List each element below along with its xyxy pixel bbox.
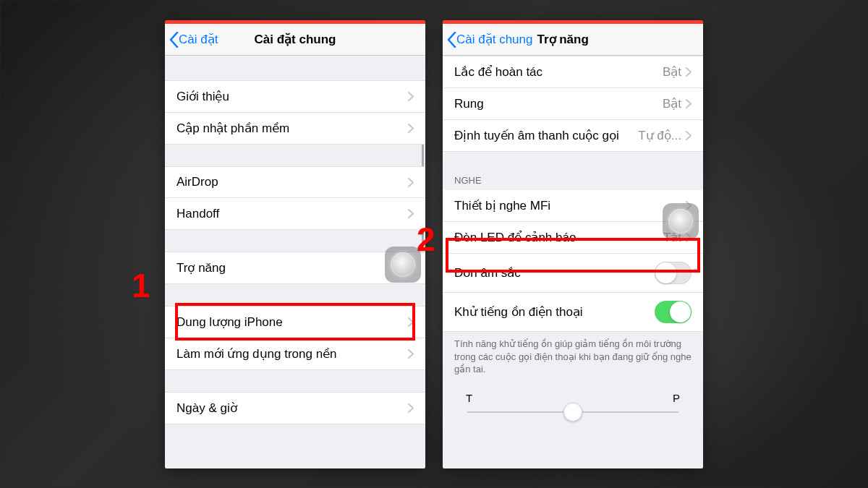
chevron-right-icon [686,67,692,77]
balance-knob[interactable] [563,403,582,421]
assistive-touch-icon [668,209,693,234]
screen-2-accessibility: Cài đặt chung Trợ năng Lắc để hoàn tác B… [443,20,703,468]
assistive-touch-icon [391,252,415,277]
group-datetime: Ngày & giờ [165,392,425,424]
chevron-right-icon [686,99,692,108]
cell-about[interactable]: Giới thiệu [165,80,425,113]
cell-label: Handoff [176,207,408,221]
cell-label: Khử tiếng ồn điện thoại [454,304,655,320]
toggle-knob [655,262,676,283]
cell-value: Bật [663,96,681,111]
group-header-hearing: NGHE [443,171,703,190]
navbar: Cài đặt Cài đặt chung [165,24,425,56]
cell-noise-cancel[interactable]: Khử tiếng ồn điện thoại [443,293,703,332]
chevron-right-icon [408,124,414,133]
content: Lắc để hoàn tác Bật Rung Bật Định tuyến … [443,56,703,468]
balance-left-label: T [466,392,472,404]
cell-date-time[interactable]: Ngày & giờ [165,392,425,424]
cell-shake-to-undo[interactable]: Lắc để hoàn tác Bật [443,56,703,88]
cell-label: Làm mới ứng dụng trong nền [176,346,408,361]
cell-value: Bật [663,64,681,80]
page-title: Trợ năng [537,32,588,47]
group-interaction: Lắc để hoàn tác Bật Rung Bật Định tuyến … [443,56,703,152]
cell-airdrop[interactable]: AirDrop [165,166,425,198]
group-airdrop: AirDrop Handoff [165,166,425,230]
chevron-right-icon [408,92,414,101]
balance-track[interactable] [467,411,678,413]
back-button[interactable]: Cài đặt [165,32,218,48]
cell-value: Tự độ... [638,128,681,143]
cell-label: Giới thiệu [176,89,408,104]
cell-label: Đèn LED để cảnh báo [454,230,663,245]
toggle-noise-cancel[interactable] [655,301,692,323]
group-hearing: NGHE Thiết bị nghe MFi Đèn LED để cảnh b… [443,171,703,379]
cell-handoff[interactable]: Handoff [165,198,425,230]
chevron-left-icon [169,32,179,48]
cell-label: Lắc để hoàn tác [454,64,663,80]
assistive-touch-button[interactable] [385,247,421,283]
toggle-knob [670,301,691,322]
cell-call-audio-routing[interactable]: Định tuyến âm thanh cuộc gọi Tự độ... [443,120,703,152]
chevron-left-icon [447,32,456,48]
group-about: Giới thiệu Cập nhật phần mềm [165,80,425,145]
chevron-right-icon [408,317,414,327]
chevron-right-icon [686,131,692,140]
chevron-right-icon [408,403,414,413]
assistive-touch-button[interactable] [663,203,699,239]
navbar: Cài đặt chung Trợ năng [443,24,703,56]
group-storage: Dung lượng iPhone Làm mới ứng dụng trong… [165,306,425,370]
screen-1-general: Cài đặt Cài đặt chung Giới thiệu Cập nhậ… [165,20,425,468]
cell-label: Dung lượng iPhone [176,314,408,330]
toggle-mono-audio[interactable] [655,262,692,284]
cell-label: Rung [454,97,663,111]
cell-vibration[interactable]: Rung Bật [443,88,703,120]
chevron-right-icon [408,349,414,359]
content: Giới thiệu Cập nhật phần mềm AirDrop Han… [165,56,425,468]
cell-label: Cập nhật phần mềm [176,121,408,136]
cell-mono-audio[interactable]: Đơn âm sắc [443,254,703,293]
cell-software-update[interactable]: Cập nhật phần mềm [165,113,425,145]
cell-label: AirDrop [176,175,408,189]
noise-cancel-note: Tính năng khử tiếng ồn giúp giảm tiếng ồ… [443,332,703,379]
chevron-right-icon [408,209,414,218]
cell-label: Đơn âm sắc [454,265,655,281]
screenshot-pair: Cài đặt Cài đặt chung Giới thiệu Cập nhậ… [0,0,868,488]
cell-label: Trợ năng [176,260,408,275]
back-label: Cài đặt chung [456,32,532,47]
back-label: Cài đặt [179,32,218,47]
balance-slider: T P [443,392,703,413]
balance-right-label: P [673,392,680,404]
cell-label: Định tuyến âm thanh cuộc gọi [454,128,638,143]
chevron-right-icon [408,178,414,187]
cell-label: Ngày & giờ [176,401,408,416]
back-button[interactable]: Cài đặt chung [443,32,532,48]
cell-background-refresh[interactable]: Làm mới ứng dụng trong nền [165,338,425,370]
cell-label: Thiết bị nghe MFi [454,198,686,213]
cell-iphone-storage[interactable]: Dung lượng iPhone [165,306,425,338]
